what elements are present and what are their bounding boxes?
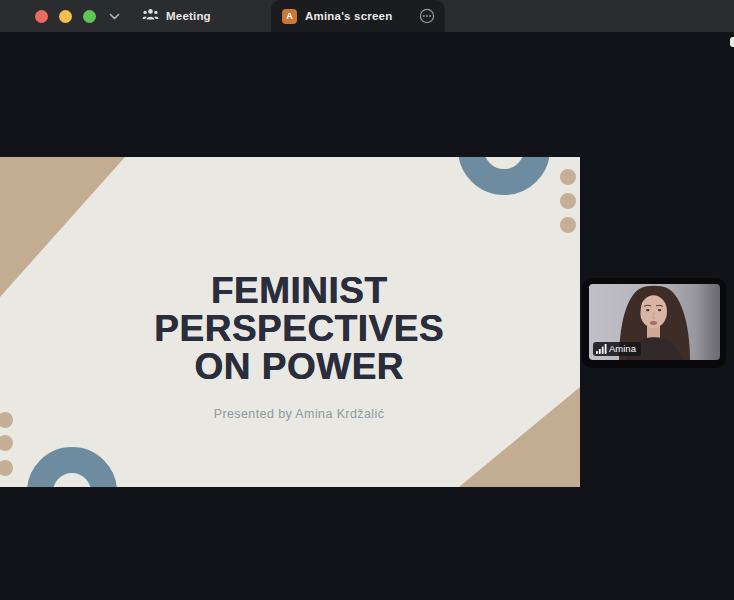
background-window-edge: [730, 37, 734, 47]
minimize-window-button[interactable]: [59, 10, 72, 23]
participants-icon: [142, 7, 159, 25]
slide-decoration-dot: [560, 217, 576, 233]
window-titlebar: Meeting A Amina's screen: [0, 0, 734, 32]
zoom-window-button[interactable]: [83, 10, 96, 23]
close-window-button[interactable]: [35, 10, 48, 23]
slide-decoration-dot: [560, 193, 576, 209]
screen-share-avatar: A: [282, 9, 297, 24]
participant-video-frame: Amina: [589, 284, 720, 360]
tab-meeting-label: Meeting: [166, 10, 211, 22]
slide-title-line: FEMINIST: [18, 272, 580, 310]
tab-options-icon[interactable]: [419, 8, 435, 24]
slide-decoration-dot: [560, 169, 576, 185]
tab-meeting[interactable]: Meeting: [134, 0, 219, 32]
chevron-down-icon[interactable]: [109, 13, 120, 20]
slide-decoration-triangle-bottomright: [459, 387, 580, 487]
tab-aminas-screen-label: Amina's screen: [305, 10, 411, 22]
slide-decoration-dot: [0, 460, 13, 476]
connection-bars-icon: [596, 344, 607, 354]
participant-video-thumbnail[interactable]: Amina: [582, 278, 726, 368]
slide-decoration-ring-bottom: [27, 447, 117, 487]
window-controls: [0, 10, 96, 23]
tab-aminas-screen[interactable]: A Amina's screen: [271, 0, 445, 32]
slide-title: FEMINIST PERSPECTIVES ON POWER: [0, 272, 580, 386]
slide-title-line: ON POWER: [18, 348, 580, 386]
participant-name-badge: Amina: [593, 342, 641, 356]
participant-name: Amina: [609, 344, 636, 354]
shared-screen-slide: FEMINIST PERSPECTIVES ON POWER Presented…: [0, 157, 580, 487]
slide-decoration-ring-top: [458, 157, 550, 195]
meeting-window: Meeting A Amina's screen: [0, 0, 734, 600]
slide-subtitle: Presented by Amina Krdžalić: [0, 407, 580, 421]
slide-decoration-dot: [0, 435, 13, 451]
slide-title-line: PERSPECTIVES: [18, 310, 580, 348]
